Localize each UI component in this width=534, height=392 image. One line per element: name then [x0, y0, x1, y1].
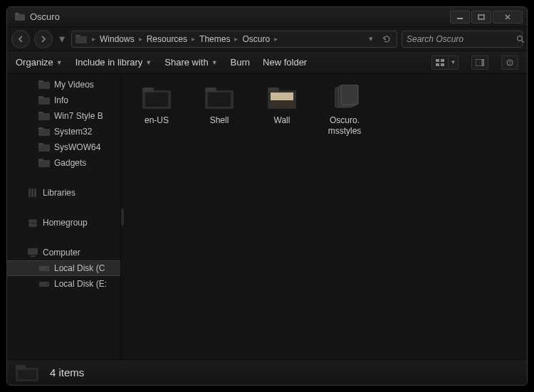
svg-rect-23	[38, 144, 50, 152]
homegroup-icon	[27, 218, 38, 228]
tree-item[interactable]: Gadgets	[7, 155, 120, 171]
address-dropdown[interactable]: ▾	[364, 32, 378, 46]
search-box[interactable]	[402, 31, 523, 48]
view-options: ▼	[431, 55, 459, 70]
svg-rect-16	[38, 80, 43, 83]
svg-rect-53	[16, 365, 26, 369]
breadcrumb-label: Oscuro	[242, 34, 270, 44]
svg-rect-48	[271, 100, 293, 107]
chevron-down-icon: ▼	[56, 59, 63, 66]
organize-menu[interactable]: Organize▼	[16, 57, 63, 68]
svg-point-6	[518, 36, 523, 41]
tree-label: Local Disk (E:	[54, 279, 107, 289]
tree-label: Computer	[43, 248, 80, 258]
window-title: Oscuro	[30, 11, 60, 22]
include-library-menu[interactable]: Include in library▼	[75, 57, 152, 68]
breadcrumb-segment[interactable]: Resources	[144, 31, 190, 47]
forward-button[interactable]	[34, 30, 53, 48]
svg-rect-20	[38, 112, 43, 114]
burn-button[interactable]: Burn	[231, 57, 250, 68]
tree-item[interactable]: My Videos	[7, 77, 120, 92]
chevron-down-icon: ▼	[211, 59, 218, 66]
breadcrumb-label: Resources	[147, 34, 187, 44]
new-folder-button[interactable]: New folder	[263, 57, 307, 68]
svg-point-30	[28, 219, 33, 223]
svg-rect-32	[28, 223, 37, 227]
tree-label: Local Disk (C	[54, 263, 105, 273]
file-label: Oscuro. msstyles	[328, 115, 362, 137]
toolbar-label: Burn	[231, 57, 250, 68]
tree-item[interactable]: System32	[7, 124, 120, 139]
close-button[interactable]	[493, 11, 523, 23]
nav-pane: My Videos Info Win7 Style B System32 Sys…	[7, 74, 121, 359]
tree-item-libraries[interactable]: Libraries	[7, 185, 120, 201]
svg-rect-54	[18, 370, 36, 379]
tree-item-computer[interactable]: Computer	[7, 245, 120, 260]
splitter[interactable]	[121, 74, 124, 359]
svg-rect-22	[38, 127, 43, 129]
folder-item[interactable]: Shell	[198, 84, 241, 137]
tree-item[interactable]: Info	[7, 92, 120, 108]
body: My Videos Info Win7 Style B System32 Sys…	[7, 74, 527, 359]
svg-text:?: ?	[508, 60, 511, 65]
status-bar: 4 items	[7, 359, 527, 385]
svg-rect-2	[457, 18, 463, 19]
tree-label: My Videos	[54, 80, 94, 90]
svg-rect-19	[38, 113, 50, 120]
address-folder-icon	[75, 33, 88, 46]
help-button[interactable]: ?	[501, 55, 518, 70]
breadcrumb-segment[interactable]: Oscuro	[239, 31, 273, 47]
folder-item[interactable]: Wall	[261, 84, 303, 137]
tree-item-disk[interactable]: Local Disk (C	[7, 260, 120, 276]
preview-pane-button[interactable]	[471, 55, 488, 70]
tree-label: Info	[54, 95, 68, 105]
tree-item-homegroup[interactable]: Homegroup	[7, 215, 120, 231]
folder-icon	[38, 80, 50, 90]
svg-rect-4	[75, 36, 87, 43]
svg-rect-34	[31, 255, 35, 257]
chevron-right-icon: ▸	[90, 35, 97, 43]
tree-label: Gadgets	[54, 158, 86, 168]
minimize-button[interactable]	[450, 11, 470, 23]
folder-icon	[38, 95, 50, 105]
history-dropdown[interactable]: ▾	[57, 30, 67, 48]
file-label: Shell	[210, 115, 229, 126]
drive-icon	[38, 263, 50, 273]
tree-item[interactable]: Win7 Style B	[7, 108, 120, 124]
folder-icon	[265, 84, 299, 112]
back-button[interactable]	[11, 30, 30, 48]
toolbar-label: Include in library	[75, 57, 143, 68]
folder-item[interactable]: en-US	[135, 84, 178, 137]
toolbar-label: New folder	[263, 57, 307, 68]
svg-rect-7	[436, 59, 439, 62]
change-view-dropdown[interactable]: ▼	[449, 55, 459, 70]
breadcrumb-label: Windows	[100, 34, 135, 44]
tree-label: Homegroup	[43, 218, 88, 228]
change-view-button[interactable]	[431, 55, 449, 70]
svg-rect-9	[436, 63, 439, 66]
svg-rect-43	[205, 88, 216, 92]
svg-point-36	[46, 268, 48, 270]
svg-rect-29	[34, 189, 36, 197]
share-with-menu[interactable]: Share with▼	[164, 57, 217, 68]
tree-item-disk[interactable]: Local Disk (E:	[7, 276, 120, 292]
svg-rect-24	[38, 143, 43, 145]
svg-rect-15	[38, 82, 50, 89]
address-bar[interactable]: ▸ Windows ▸ Resources ▸ Themes ▸ Oscuro …	[71, 31, 397, 48]
nav-row: ▾ ▸ Windows ▸ Resources ▸ Themes ▸ Oscur…	[7, 27, 527, 51]
computer-icon	[27, 248, 38, 258]
search-input[interactable]	[407, 34, 513, 44]
svg-rect-27	[28, 189, 31, 197]
tree-item[interactable]: SysWOW64	[7, 139, 120, 155]
breadcrumb-segment[interactable]: Windows	[97, 31, 137, 47]
file-item[interactable]: Oscuro. msstyles	[323, 84, 366, 137]
breadcrumb-segment[interactable]: Themes	[197, 31, 233, 47]
search-icon	[516, 35, 525, 43]
refresh-button[interactable]	[379, 32, 394, 46]
svg-point-31	[33, 219, 37, 223]
window-icon	[14, 11, 26, 23]
file-list[interactable]: en-US Shell Wall Oscuro. msstyles	[124, 74, 527, 359]
chevron-right-icon: ▸	[273, 35, 279, 43]
tree-label: Libraries	[43, 188, 75, 198]
maximize-button[interactable]	[471, 11, 491, 23]
